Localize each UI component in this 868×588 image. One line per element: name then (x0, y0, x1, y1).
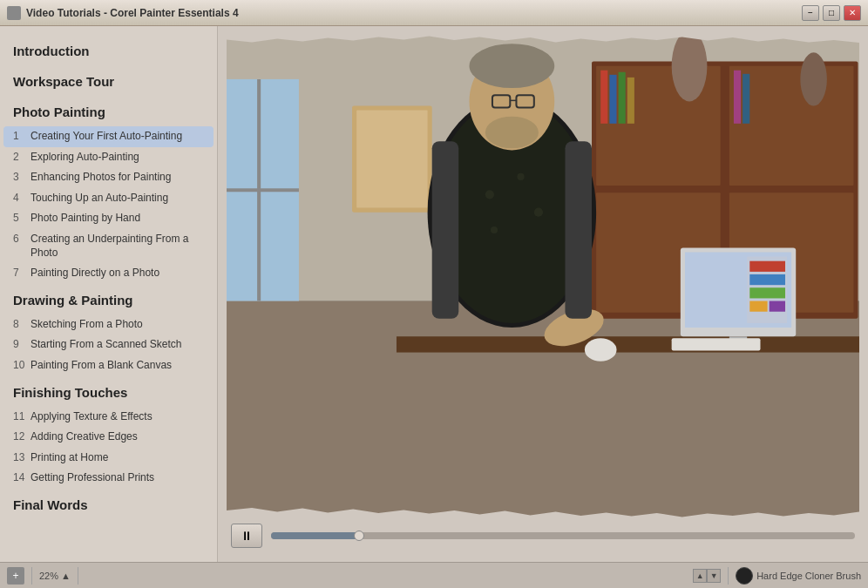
svg-point-35 (534, 208, 543, 217)
zoom-level: 22% ▲ (39, 571, 71, 581)
svg-rect-12 (619, 72, 626, 124)
add-tool[interactable]: + (7, 567, 24, 585)
nav-item-11[interactable]: 11 Applying Texture & Effects (0, 407, 217, 428)
section-photo-painting: Photo Painting (0, 96, 217, 126)
close-button[interactable]: ✕ (844, 5, 861, 21)
title-bar: Video Tutorials - Corel Painter Essentia… (0, 0, 868, 26)
svg-rect-24 (749, 261, 785, 272)
video-controls: ⏸ (227, 518, 859, 553)
svg-rect-25 (749, 274, 785, 285)
section-final-words[interactable]: Final Words (0, 489, 217, 519)
svg-rect-15 (743, 74, 749, 124)
nav-item-8[interactable]: 8 Sketching From a Photo (0, 314, 217, 335)
pause-icon: ⏸ (241, 529, 253, 543)
brush-tool: Hard Edge Cloner Brush (736, 567, 861, 585)
svg-rect-47 (565, 141, 592, 319)
app-icon (7, 6, 21, 20)
nav-item-7[interactable]: 7 Painting Directly on a Photo (0, 263, 217, 284)
minimize-button[interactable]: − (802, 5, 819, 21)
nav-item-12[interactable]: 12 Adding Creative Edges (0, 427, 217, 448)
svg-rect-13 (627, 78, 634, 124)
svg-rect-14 (734, 71, 741, 124)
scroll-up-button[interactable]: ▲ (693, 569, 707, 583)
progress-fill (271, 532, 359, 539)
svg-rect-28 (770, 301, 785, 312)
svg-rect-10 (600, 71, 607, 124)
svg-rect-27 (749, 301, 767, 312)
scroll-controls: ▲ ▼ (693, 569, 721, 583)
nav-item-5[interactable]: 5 Photo Painting by Hand (0, 208, 217, 229)
nav-item-4[interactable]: 4 Touching Up an Auto-Painting (0, 188, 217, 209)
svg-point-36 (491, 226, 498, 233)
svg-rect-46 (432, 141, 459, 319)
svg-rect-19 (356, 111, 427, 208)
svg-point-17 (800, 52, 827, 105)
app-window: Video Tutorials - Corel Painter Essentia… (0, 0, 868, 588)
nav-item-10[interactable]: 10 Painting From a Blank Canvas (0, 355, 217, 376)
main-content: Introduction Workspace Tour Photo Painti… (0, 26, 868, 562)
svg-rect-20 (397, 336, 859, 352)
plus-icon: + (7, 567, 24, 585)
svg-point-39 (469, 44, 554, 88)
nav-item-14[interactable]: 14 Getting Professional Prints (0, 468, 217, 489)
section-introduction[interactable]: Introduction (0, 35, 217, 65)
pause-button[interactable]: ⏸ (231, 524, 262, 548)
svg-point-45 (585, 338, 617, 361)
nav-item-9[interactable]: 9 Starting From a Scanned Sketch (0, 335, 217, 355)
svg-rect-30 (672, 338, 761, 350)
maximize-button[interactable]: □ (823, 5, 840, 21)
video-area: ⏸ (218, 26, 868, 562)
progress-handle[interactable] (354, 531, 364, 541)
nav-item-6[interactable]: 6 Creating an Underpainting From a Photo (0, 229, 217, 263)
brush-name: Hard Edge Cloner Brush (756, 571, 861, 581)
window-controls: − □ ✕ (802, 5, 861, 21)
separator-3 (728, 567, 729, 585)
nav-item-1[interactable]: 1 Creating Your First Auto-Painting (3, 126, 214, 147)
svg-rect-11 (609, 75, 616, 124)
nav-item-13[interactable]: 13 Printing at Home (0, 448, 217, 469)
nav-item-2[interactable]: 2 Exploring Auto-Painting (0, 147, 217, 168)
brush-preview (736, 567, 753, 585)
section-workspace-tour[interactable]: Workspace Tour (0, 65, 217, 96)
svg-point-43 (485, 117, 539, 149)
video-frame (227, 35, 859, 518)
scroll-down-button[interactable]: ▼ (707, 569, 721, 583)
bottom-bar: + 22% ▲ ▲ ▼ Hard Edge Cloner Brush (0, 562, 868, 588)
svg-point-33 (485, 190, 494, 199)
svg-rect-26 (749, 287, 785, 298)
window-title: Video Tutorials - Corel Painter Essentia… (26, 7, 802, 19)
svg-point-34 (517, 173, 524, 180)
separator-1 (31, 567, 32, 585)
progress-bar[interactable] (271, 532, 855, 539)
section-finishing-touches: Finishing Touches (0, 376, 217, 407)
sidebar: Introduction Workspace Tour Photo Painti… (0, 26, 218, 562)
video-container[interactable] (227, 35, 859, 518)
separator-2 (78, 567, 78, 585)
section-drawing-painting: Drawing & Painting (0, 284, 217, 314)
nav-item-3[interactable]: 3 Enhancing Photos for Painting (0, 167, 217, 188)
